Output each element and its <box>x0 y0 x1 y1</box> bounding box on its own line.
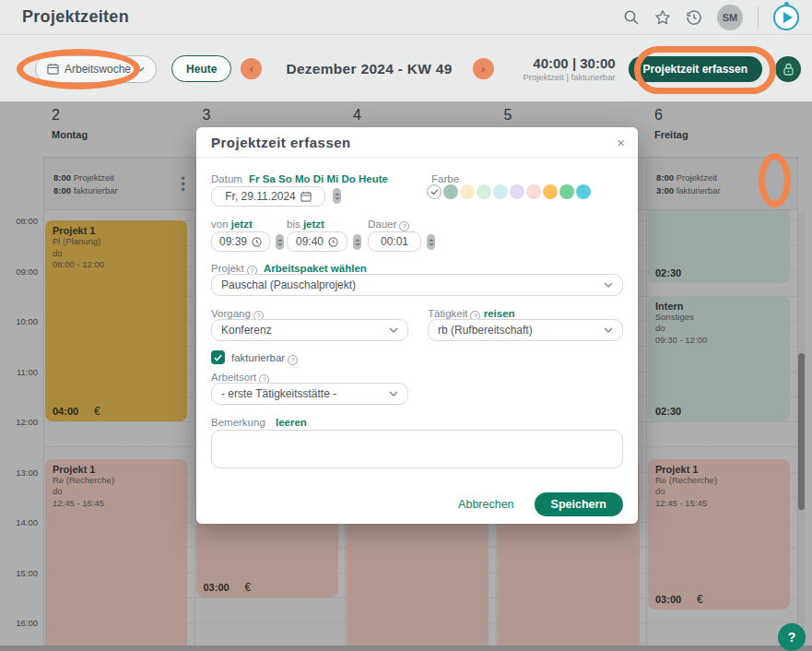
color-swatch[interactable] <box>576 184 591 199</box>
color-swatch-selected[interactable] <box>427 184 441 199</box>
bis-value: 09:40 <box>296 235 324 248</box>
clock-icon <box>252 237 262 247</box>
kebab-icon[interactable]: ••• <box>177 176 190 193</box>
star-icon[interactable] <box>654 9 671 26</box>
weekday-link-mi[interactable]: Mi <box>326 173 338 184</box>
weekday-link-fr[interactable]: Fr <box>249 173 260 184</box>
vorgang-select[interactable]: Konferenz <box>211 319 408 341</box>
datum-label: Datum Fr Sa So Mo Di Mi Do Heute <box>211 173 388 184</box>
event-time-range: 12:45 - 16:45 <box>53 498 180 510</box>
save-button[interactable]: Speichern <box>535 492 623 516</box>
calendar-event[interactable]: InternSonstigesdo09:30 - 12:0002:30 <box>648 296 790 421</box>
history-icon[interactable] <box>686 9 702 26</box>
euro-icon: € <box>697 593 703 606</box>
dauer-value: 00:01 <box>381 235 408 248</box>
arbeitspaket-link[interactable]: Arbeitspaket wählen <box>264 263 367 274</box>
chevron-down-icon <box>604 327 613 333</box>
bis-time-input[interactable]: 09:40 <box>287 231 347 252</box>
color-swatch[interactable] <box>443 184 458 199</box>
date-input[interactable]: Fr, 29.11.2024 <box>211 186 325 207</box>
date-value: Fr, 29.11.2024 <box>225 190 296 203</box>
period-title: Dezember 2024 - KW 49 <box>286 61 452 77</box>
today-button[interactable]: Heute <box>171 55 231 82</box>
color-swatch[interactable] <box>510 184 524 199</box>
calendar-event[interactable]: Projekt 1Pl (Planung)do08:00 - 12:0004:0… <box>45 220 187 421</box>
date-stepper[interactable] <box>333 188 341 204</box>
time-label: 08:00 <box>0 216 38 226</box>
search-icon[interactable] <box>623 9 640 26</box>
bis-label-text: bis <box>287 219 300 230</box>
calendar-event[interactable]: 02:30 <box>648 210 790 283</box>
modal-header: Projektzeit erfassen × <box>196 127 638 158</box>
calendar-event[interactable]: Projekt 1Re (Recherche)do12:45 - 15:4503… <box>648 459 790 610</box>
avatar[interactable]: SM <box>717 5 743 30</box>
clock-icon <box>328 237 338 247</box>
next-week-button[interactable]: › <box>473 58 494 79</box>
weekday-link-do[interactable]: Do <box>341 173 355 184</box>
von-label-text: von <box>211 219 229 230</box>
projekt-value: Pauschal (Pauschalprojekt) <box>221 278 356 291</box>
projekt-select[interactable]: Pauschal (Pauschalprojekt) <box>211 274 623 296</box>
event-title: Projekt 1 <box>655 464 783 475</box>
calendar-icon <box>47 63 59 75</box>
weekday-link-di[interactable]: Di <box>313 173 324 184</box>
color-swatches <box>427 184 591 199</box>
cancel-button[interactable]: Abbrechen <box>458 498 513 511</box>
modal-title: Projektzeit erfassen <box>211 135 351 150</box>
dauer-input[interactable]: 00:01 <box>368 231 421 252</box>
prev-week-button[interactable]: ‹ <box>241 58 262 79</box>
color-swatch[interactable] <box>526 184 541 199</box>
event-subtitle: Re (Recherche) <box>53 475 180 487</box>
taetigkeit-value: rb (Rufbereitschaft) <box>438 324 533 337</box>
fakturierbar-checkbox[interactable] <box>211 350 225 364</box>
weekday-link-mo[interactable]: Mo <box>295 173 311 184</box>
reisen-link[interactable]: reisen <box>484 308 515 319</box>
dauer-stepper[interactable] <box>427 234 435 250</box>
close-icon[interactable]: × <box>617 136 625 149</box>
taetigkeit-select[interactable]: rb (Rufbereitschaft) <box>428 319 623 341</box>
event-subtitle: Sonstiges <box>655 312 783 324</box>
time-label: 09:00 <box>0 266 38 277</box>
time-label: 16:00 <box>0 618 38 628</box>
color-swatch[interactable] <box>460 184 475 199</box>
help-icon[interactable]: ? <box>399 221 409 231</box>
weekday-link-so[interactable]: So <box>278 173 292 184</box>
calendar-event[interactable]: Projekt 1Re (Recherche)do12:45 - 16:4504… <box>45 459 187 651</box>
create-projektzeit-button[interactable]: Projektzeit erfassen <box>629 56 762 82</box>
kebab-icon[interactable]: ••• <box>780 176 793 193</box>
help-icon[interactable]: ? <box>288 355 298 365</box>
weekday-link-sa[interactable]: Sa <box>263 173 276 184</box>
farbe-label: Farbe <box>431 173 459 184</box>
bemerkung-input[interactable] <box>211 430 623 468</box>
von-time-input[interactable]: 09:39 <box>211 231 270 252</box>
time-label: 14:00 <box>0 517 38 527</box>
timer-play-button[interactable] <box>773 5 799 30</box>
color-swatch[interactable] <box>543 184 558 199</box>
totals-value: 40:00 | 30:00 <box>523 55 615 71</box>
von-jetzt-link[interactable]: jetzt <box>231 219 253 230</box>
bis-jetzt-link[interactable]: jetzt <box>303 219 324 230</box>
day-summary-text: 8:00 Projektzeit3:00 fakturierbar <box>656 172 721 197</box>
check-icon <box>430 188 439 195</box>
scrollbar-thumb[interactable] <box>798 353 805 510</box>
event-title: Intern <box>655 301 783 312</box>
color-swatch[interactable] <box>493 184 508 199</box>
dauer-label-text: Dauer <box>368 219 396 230</box>
event-duration: 02:30 <box>655 406 681 417</box>
check-icon <box>214 354 222 361</box>
event-title: Projekt 1 <box>53 225 180 236</box>
color-swatch[interactable] <box>477 184 491 199</box>
view-selector-arbeitswoche[interactable]: Arbeitswoche <box>35 55 157 83</box>
page-title: Projektzeiten <box>22 7 129 27</box>
event-time-range: 09:30 - 12:00 <box>655 335 783 347</box>
arbeitsort-select[interactable]: - erste Tätigkeitsstätte - <box>211 383 408 405</box>
column-border <box>646 210 647 651</box>
von-stepper[interactable] <box>276 234 284 250</box>
help-button[interactable]: ? <box>778 623 806 651</box>
weekday-link-heute[interactable]: Heute <box>359 173 388 184</box>
leeren-link[interactable]: leeren <box>276 417 307 428</box>
lock-button[interactable] <box>775 56 801 82</box>
color-swatch[interactable] <box>559 184 574 199</box>
bis-stepper[interactable] <box>353 234 361 250</box>
column-border <box>43 210 44 651</box>
